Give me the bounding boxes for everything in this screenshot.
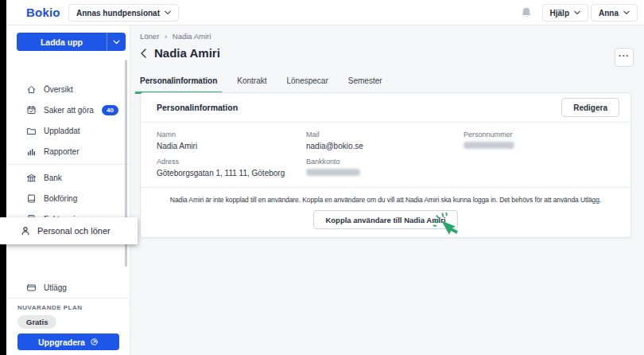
- current-plan-label: NUVARANDE PLAN: [17, 304, 119, 311]
- person-icon: [20, 225, 31, 236]
- book-icon: [26, 193, 37, 204]
- breadcrumb: Löner › Nadia Amiri: [140, 32, 211, 41]
- field-label: Namn: [157, 131, 306, 138]
- field-value: Göteborgsgatan 1, 111 11, Göteborg: [157, 169, 306, 178]
- page-title: Nadia Amiri: [154, 46, 220, 60]
- sidebar-item-bank[interactable]: Bank: [6, 167, 130, 188]
- title-row: Nadia Amiri: [140, 46, 220, 60]
- sidebar-item-label: Rapporter: [44, 147, 79, 156]
- back-chevron-icon[interactable]: [140, 49, 147, 58]
- breadcrumb-link-loner[interactable]: Löner: [140, 32, 159, 41]
- field-label: Personnummer: [464, 131, 615, 138]
- upgrade-button-label: Uppgradera: [38, 337, 85, 347]
- sidebar-item-rapporter[interactable]: Rapporter: [6, 141, 130, 162]
- upgrade-icon: [90, 337, 99, 346]
- app-window: Bokio Annas hundpensionat Hjälp Anna: [0, 0, 644, 355]
- help-button[interactable]: Hjälp: [542, 4, 588, 21]
- tab-semester[interactable]: Semester: [343, 72, 387, 94]
- edit-button[interactable]: Redigera: [561, 98, 619, 117]
- breadcrumb-current: Nadia Amiri: [173, 32, 211, 41]
- sidebar-item-label: Översikt: [44, 85, 73, 94]
- chevron-down-icon: [113, 40, 120, 45]
- personal-info-card: Personalinformation Redigera Namn Nadia …: [140, 92, 631, 238]
- tab-kontrakt[interactable]: Kontrakt: [232, 72, 271, 94]
- redacted-value: [464, 142, 514, 149]
- chevron-down-icon: [165, 10, 171, 15]
- redacted-value: [306, 169, 360, 176]
- sidebar-item-label: Bokföring: [44, 194, 77, 203]
- field-value: Nadia Amiri: [157, 142, 306, 150]
- chevron-down-icon: [574, 10, 580, 15]
- tasks-icon: [26, 105, 37, 115]
- chart-icon: [26, 146, 37, 157]
- notifications-bell-icon[interactable]: [520, 6, 533, 19]
- user-menu-button[interactable]: Anna: [591, 4, 638, 21]
- sidebar-item-label: Saker att göra: [44, 106, 94, 115]
- card-title: Personalinformation: [157, 103, 238, 112]
- sidebar-divider: [6, 164, 130, 165]
- help-button-label: Hjälp: [550, 9, 569, 18]
- bank-icon: [26, 173, 37, 183]
- sidebar-item-oversikt[interactable]: Översikt: [6, 79, 130, 99]
- sidebar-item-saker-att-gora[interactable]: Saker att göra 40: [6, 99, 130, 120]
- upload-button-label[interactable]: Ladda upp: [17, 33, 107, 51]
- plan-badge: Gratis: [17, 315, 56, 329]
- fields-grid: Namn Nadia Amiri Mail nadia@bokio.se Per…: [141, 123, 630, 187]
- upgrade-button[interactable]: Uppgradera: [17, 334, 119, 350]
- sidebar-item-utlagg[interactable]: Utlägg: [6, 277, 130, 298]
- connect-user-button[interactable]: Koppla användare till Nadia Amiri: [313, 210, 457, 229]
- field-personnummer: Personnummer: [464, 131, 615, 150]
- upload-button[interactable]: Ladda upp: [17, 33, 126, 51]
- field-label: Adress: [157, 158, 306, 166]
- home-icon: [26, 84, 37, 95]
- more-options-button[interactable]: ···: [615, 48, 634, 67]
- connect-user-section: Nadia Amiri är inte kopplad till en anvä…: [141, 188, 630, 237]
- top-bar: Bokio Annas hundpensionat Hjälp Anna: [6, 0, 644, 25]
- sidebar-item-label: Uppladdat: [44, 127, 80, 135]
- folder-icon: [26, 126, 37, 136]
- tabs: Personalinformation Kontrakt Lönespecar …: [135, 72, 398, 94]
- sidebar-item-bokforing[interactable]: Bokföring: [6, 188, 130, 209]
- field-label: Mail: [306, 131, 464, 138]
- expenses-icon: [26, 283, 37, 293]
- bokio-logo: Bokio: [26, 6, 60, 19]
- tab-personalinformation[interactable]: Personalinformation: [135, 72, 222, 94]
- company-selector[interactable]: Annas hundpensionat: [68, 4, 179, 21]
- field-namn: Namn Nadia Amiri: [157, 131, 306, 150]
- sidebar-item-uppladdat[interactable]: Uppladdat: [6, 120, 130, 141]
- connect-user-note: Nadia Amiri är inte kopplad till en anvä…: [157, 196, 615, 204]
- sidebar-item-label: Personal och löner: [37, 226, 111, 236]
- chevron-down-icon: [623, 10, 630, 15]
- field-bankkonto: Bankkonto: [306, 158, 464, 178]
- upload-dropdown-toggle[interactable]: [107, 33, 126, 51]
- field-mail: Mail nadia@bokio.se: [306, 131, 464, 150]
- tab-lonespecar[interactable]: Lönespecar: [282, 72, 333, 94]
- field-value: nadia@bokio.se: [306, 142, 464, 150]
- user-menu-label: Anna: [599, 9, 619, 18]
- sidebar-item-personal-och-loner[interactable]: Personal och löner: [0, 217, 138, 244]
- field-label: Bankkonto: [306, 158, 464, 166]
- sidebar-item-label: Utlägg: [44, 283, 67, 292]
- main-content: Löner › Nadia Amiri Nadia Amiri ··· Pers…: [130, 25, 644, 355]
- plan-section: NUVARANDE PLAN Gratis Uppgradera: [6, 298, 129, 355]
- todo-count-badge: 40: [102, 105, 118, 115]
- active-item-spacer: [6, 250, 130, 277]
- card-header: Personalinformation Redigera: [141, 93, 630, 122]
- company-selector-label: Annas hundpensionat: [76, 9, 160, 18]
- sidebar: Ladda upp Översikt Saker att göra 40: [6, 25, 130, 355]
- field-adress: Adress Göteborgsgatan 1, 111 11, Götebor…: [157, 158, 306, 178]
- breadcrumb-separator: ›: [165, 32, 167, 41]
- sidebar-item-label: Bank: [44, 174, 62, 182]
